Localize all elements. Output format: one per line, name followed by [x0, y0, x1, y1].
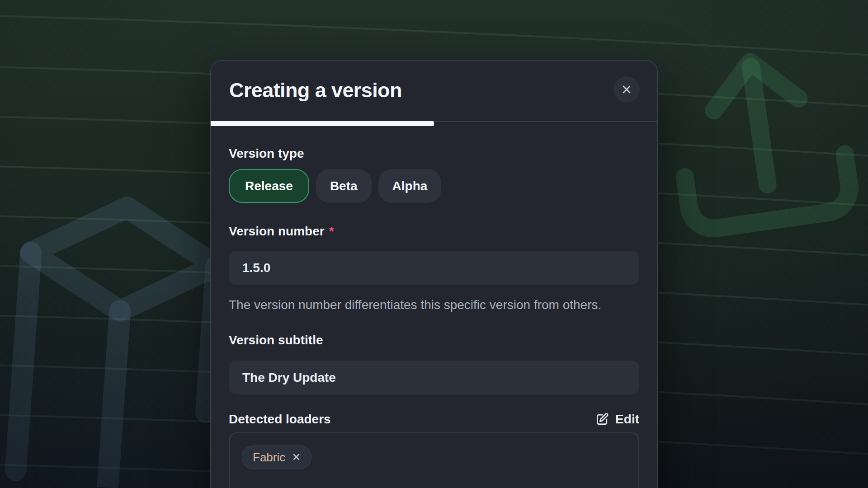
edit-loaders-button[interactable]: Edit [595, 412, 639, 427]
version-number-input[interactable] [229, 251, 639, 285]
version-type-option-alpha[interactable]: Alpha [378, 169, 442, 203]
loader-chip-label: Fabric [253, 450, 285, 465]
version-type-option-release[interactable]: Release [229, 169, 309, 203]
x-icon [620, 83, 633, 96]
detected-loaders-label: Detected loaders [229, 412, 331, 427]
progress-fill [211, 121, 434, 126]
detected-loaders-row: Detected loaders Edit [229, 412, 639, 427]
edit-label: Edit [615, 412, 639, 427]
version-number-help-text: The version number differentiates this s… [229, 296, 606, 313]
create-version-modal: Creating a version Version type Release … [210, 60, 658, 488]
version-type-option-beta[interactable]: Beta [316, 169, 372, 203]
detected-loaders-box: Fabric ✕ [229, 432, 639, 488]
modal-body: Version type Release Beta Alpha Version … [211, 126, 657, 488]
version-type-label: Version type [229, 146, 639, 161]
pencil-square-icon [595, 412, 609, 427]
version-type-options: Release Beta Alpha [229, 169, 639, 203]
chip-remove-icon[interactable]: ✕ [292, 452, 301, 463]
required-asterisk: * [329, 224, 334, 239]
version-subtitle-label: Version subtitle [229, 333, 639, 348]
modal-title: Creating a version [229, 79, 402, 102]
version-number-label: Version number * [229, 224, 639, 239]
version-subtitle-input[interactable] [229, 361, 639, 394]
version-number-label-text: Version number [229, 224, 325, 239]
loader-chip-fabric[interactable]: Fabric ✕ [242, 446, 311, 469]
close-button[interactable] [613, 76, 640, 103]
